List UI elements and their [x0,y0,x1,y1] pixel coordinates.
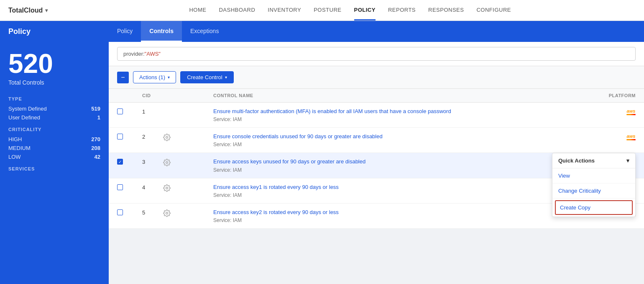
search-bar: provider:"AWS" [109,42,644,66]
content-area: provider:"AWS" − Actions (1) ▾ Create Co… [109,42,644,284]
qa-view-button[interactable]: View [552,168,635,183]
row-1-title[interactable]: Ensure multi-factor authentication (MFA)… [213,108,585,115]
actions-chevron-icon: ▾ [168,75,170,80]
col-platform: PLATFORM [585,93,636,98]
row-1-checkbox[interactable] [117,108,142,114]
top-nav: TotalCloud ▾ HOME DASHBOARD INVENTORY PO… [0,0,644,21]
checkbox-icon[interactable] [117,209,123,215]
controls-table: CID CONTROL NAME PLATFORM 1 Ensure multi… [109,89,644,229]
brand[interactable]: TotalCloud ▾ [8,7,48,14]
qa-create-copy-button[interactable]: Create Copy [555,200,633,215]
aws-logo: aws [626,134,636,140]
nav-posture[interactable]: POSTURE [314,0,341,21]
total-count: 520 [8,50,100,77]
row-4-service: Service: IAM [213,192,585,198]
table-row: ✓ 3 Ensure access keys unused for 90 day… [109,153,644,178]
toolbar: − Actions (1) ▾ Create Control ▾ [109,66,644,89]
main-layout: 520 Total Controls TYPE System Defined 5… [0,42,644,284]
row-3-checkbox[interactable]: ✓ [117,158,142,165]
qa-change-criticality-button[interactable]: Change Criticality [552,183,635,199]
row-1-platform: aws [585,108,636,115]
checkbox-icon[interactable] [117,134,123,139]
deselect-all-button[interactable]: − [117,72,129,83]
row-4-title[interactable]: Ensure access key1 is rotated every 90 d… [213,183,585,191]
quick-actions-chevron-icon: ▾ [626,157,629,164]
sidebar-row-medium[interactable]: MEDIUM 208 [8,145,100,151]
row-3-title[interactable]: Ensure access keys unused for 90 days or… [213,158,585,165]
search-value: "AWS" [145,51,161,57]
create-control-button[interactable]: Create Control ▾ [180,71,234,83]
checkbox-icon[interactable] [117,184,123,190]
aws-logo: aws [626,108,636,115]
row-2-title[interactable]: Ensure console credentials unused for 90… [213,133,585,140]
sidebar-row-system-defined[interactable]: System Defined 519 [8,106,100,112]
brand-name: TotalCloud [8,7,43,14]
row-5-content: Ensure access key2 is rotated every 90 d… [213,209,585,223]
actions-button[interactable]: Actions (1) ▾ [133,71,176,83]
nav-responses[interactable]: RESPONSES [428,0,464,21]
sidebar: 520 Total Controls TYPE System Defined 5… [0,42,109,284]
tab-exceptions[interactable]: Exceptions [182,21,227,42]
row-5-title[interactable]: Ensure access key2 is rotated every 90 d… [213,209,585,216]
nav-inventory[interactable]: INVENTORY [268,0,301,21]
row-2-content: Ensure console credentials unused for 90… [213,133,585,147]
row-1-cid: 1 [142,108,163,115]
create-label: Create Control [187,74,222,80]
row-3-content: Ensure access keys unused for 90 days or… [213,158,585,173]
row-3-service: Service: IAM [213,167,585,173]
tab-policy[interactable]: Policy [109,21,141,42]
quick-actions-title: Quick Actions [558,157,595,164]
tab-controls[interactable]: Controls [141,21,182,42]
row-4-content: Ensure access key1 is rotated every 90 d… [213,183,585,198]
sidebar-section-services: SERVICES [8,166,100,171]
svg-point-1 [166,162,168,164]
row-5-checkbox[interactable] [117,209,142,215]
row-5-service: Service: IAM [213,217,585,223]
row-2-checkbox[interactable] [117,133,142,139]
svg-point-3 [166,212,168,214]
col-checkbox [117,93,142,98]
table-row: 1 Ensure multi-factor authentication (MF… [109,103,644,128]
actions-label: Actions (1) [139,74,165,80]
nav-dashboard[interactable]: DASHBOARD [219,0,255,21]
nav-reports[interactable]: REPORTS [388,0,416,21]
svg-point-0 [166,137,168,139]
row-4-checkbox[interactable] [117,183,142,190]
page-tabs: Policy Controls Exceptions [109,21,227,42]
row-1-icon [163,108,213,108]
page-header: Policy Policy Controls Exceptions [0,21,644,42]
row-3-cid: 3 [142,158,163,165]
row-4-gear-icon [163,183,213,194]
col-control-name: CONTROL NAME [213,93,585,98]
sidebar-row-user-defined[interactable]: User Defined 1 [8,114,100,121]
nav-policy[interactable]: POLICY [354,0,376,21]
row-2-platform: aws [585,133,636,140]
quick-actions-dropdown: Quick Actions ▾ View Change Criticality … [552,153,636,217]
nav-links: HOME DASHBOARD INVENTORY POSTURE POLICY … [64,0,636,21]
brand-chevron-icon: ▾ [45,8,48,13]
row-2-gear-icon [163,133,213,143]
row-2-service: Service: IAM [213,142,585,147]
nav-home[interactable]: HOME [189,0,206,21]
checkbox-icon[interactable] [117,108,123,114]
sidebar-row-high[interactable]: HIGH 270 [8,136,100,142]
total-count-label: Total Controls [8,79,100,86]
row-3-gear-icon [163,158,213,168]
sidebar-row-low[interactable]: LOW 42 [8,154,100,160]
search-display[interactable]: provider:"AWS" [117,47,636,61]
table-header: CID CONTROL NAME PLATFORM [109,89,644,103]
nav-configure[interactable]: CONFIGURE [476,0,511,21]
checkbox-icon[interactable]: ✓ [117,159,123,165]
row-5-gear-icon [163,209,213,219]
row-4-cid: 4 [142,183,163,191]
sidebar-section-type: TYPE [8,96,100,101]
create-chevron-icon: ▾ [225,75,227,80]
row-2-cid: 2 [142,133,163,140]
search-keyword: provider: [123,51,145,57]
page-title: Policy [0,21,109,42]
quick-actions-header: Quick Actions ▾ [552,153,635,168]
row-1-content: Ensure multi-factor authentication (MFA)… [213,108,585,122]
row-5-cid: 5 [142,209,163,216]
col-icon [163,93,213,98]
svg-point-2 [166,187,168,189]
